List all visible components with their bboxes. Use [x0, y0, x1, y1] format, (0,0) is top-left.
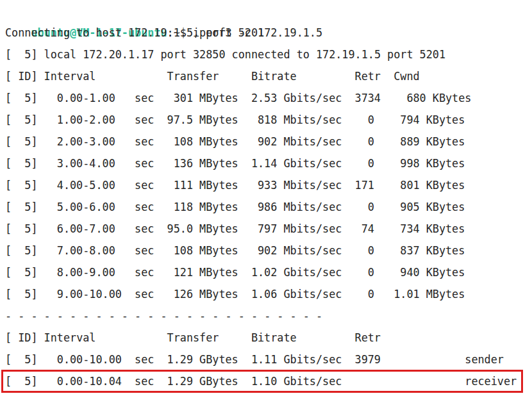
cell-cwnd-value: 837 [394, 240, 419, 261]
interval-row: [ 5] 0.00-1.00 sec 301 MBytes 2.53 Gbits… [5, 87, 532, 109]
cell-transfer-unit: MBytes [199, 174, 238, 196]
cell-transfer-value: 111 [167, 174, 193, 196]
cell-cwnd-value: 734 [394, 218, 419, 240]
cell-bitrate-unit: Gbits/sec [283, 261, 342, 283]
header-bitrate: Bitrate [251, 65, 297, 87]
cell-id: [ 5] [5, 153, 38, 174]
cell-bitrate-value: 2.53 [251, 87, 277, 109]
cell-bitrate-unit: Mbits/sec [283, 196, 342, 218]
header-cwnd: Cwnd [394, 65, 419, 87]
interval-table-header: [ ID] Interval Transfer Bitrate Retr Cwn… [5, 65, 532, 87]
cell-unit: sec [135, 261, 154, 283]
cell-bitrate-value: 902 [251, 240, 277, 261]
cell-cwnd-value: 801 [394, 174, 419, 196]
cell-transfer-unit: MBytes [199, 261, 238, 283]
cell-transfer-unit: MBytes [199, 283, 238, 305]
cell-cwnd-unit: KBytes [433, 87, 472, 109]
cell-cwnd-unit: KBytes [426, 174, 465, 196]
cell-id: [ 5] [5, 240, 38, 261]
interval-row: [ 5] 8.00-9.00 sec 121 MBytes 1.02 Gbits… [5, 261, 532, 283]
cell-bitrate-unit: Mbits/sec [283, 174, 342, 196]
cell-bitrate-value: 1.06 [251, 283, 277, 305]
cell-bitrate-unit: Mbits/sec [283, 218, 342, 240]
cell-transfer-value: 118 [167, 196, 193, 218]
cell-id: [ 5] [5, 370, 38, 392]
cell-retr: 0 [355, 283, 374, 305]
cell-unit: sec [135, 153, 154, 174]
summary-row: [ 5] 0.00-10.04 sec 1.29 GBytes 1.10 Gbi… [5, 370, 532, 392]
header-retr: Retr [355, 327, 381, 349]
interval-row: [ 5] 2.00-3.00 sec 108 MBytes 902 Mbits/… [5, 131, 532, 153]
cell-interval: 0.00-1.00 [57, 87, 115, 109]
cell-cwnd-value: 940 [394, 261, 419, 283]
cell-retr: 74 [355, 218, 374, 240]
cell-transfer-value: 1.29 [167, 349, 193, 370]
cell-interval: 6.00-7.00 [57, 218, 115, 240]
cell-id: [ 5] [5, 349, 38, 370]
cell-interval: 0.00-10.04 [57, 370, 122, 392]
cell-transfer-value: 108 [167, 131, 193, 153]
cell-unit: sec [135, 87, 154, 109]
cell-retr: 3979 [355, 349, 381, 370]
cell-retr: 3734 [355, 87, 381, 109]
interval-row: [ 5] 9.00-10.00 sec 126 MBytes 1.06 Gbit… [5, 283, 532, 305]
cell-unit: sec [135, 240, 154, 261]
cell-id: [ 5] [5, 261, 38, 283]
cell-unit: sec [135, 218, 154, 240]
local-connection-line: [ 5] local 172.20.1.17 port 32850 connec… [5, 44, 532, 65]
cell-transfer-value: 126 [167, 283, 193, 305]
cell-interval: 0.00-10.00 [57, 349, 122, 370]
cell-cwnd-value: 680 [400, 87, 426, 109]
header-transfer: Transfer [167, 327, 219, 349]
cell-transfer-value: 1.29 [167, 370, 193, 392]
cell-cwnd-value: 889 [394, 131, 419, 153]
cell-cwnd-value: 998 [394, 153, 419, 174]
cell-cwnd-unit: KBytes [426, 240, 465, 261]
cell-cwnd-unit: MBytes [426, 283, 465, 305]
cell-retr: 0 [355, 196, 374, 218]
cell-transfer-unit: MBytes [199, 218, 238, 240]
header-interval: Interval [44, 327, 96, 349]
cell-unit: sec [135, 131, 154, 153]
cell-interval: 4.00-5.00 [57, 174, 115, 196]
cell-retr: 0 [355, 109, 374, 131]
cell-bitrate-value: 986 [251, 196, 277, 218]
cell-transfer-unit: MBytes [199, 131, 238, 153]
cell-transfer-unit: MBytes [199, 240, 238, 261]
cell-bitrate-unit: Gbits/sec [283, 153, 342, 174]
interval-row: [ 5] 4.00-5.00 sec 111 MBytes 933 Mbits/… [5, 174, 532, 196]
cell-id: [ 5] [5, 174, 38, 196]
cell-bitrate-value: 902 [251, 131, 277, 153]
cell-bitrate-value: 1.14 [251, 153, 277, 174]
cell-bitrate-value: 933 [251, 174, 277, 196]
header-id: [ ID] [5, 327, 38, 349]
cell-unit: sec [135, 283, 154, 305]
cell-cwnd-unit: KBytes [426, 261, 465, 283]
interval-row: [ 5] 6.00-7.00 sec 95.0 MBytes 797 Mbits… [5, 218, 532, 240]
cell-interval: 3.00-4.00 [57, 153, 115, 174]
cell-bitrate-unit: Gbits/sec [283, 87, 342, 109]
cell-transfer-value: 108 [167, 240, 193, 261]
interval-row: [ 5] 7.00-8.00 sec 108 MBytes 902 Mbits/… [5, 240, 532, 261]
cell-retr: 0 [355, 261, 374, 283]
cell-transfer-unit: MBytes [199, 109, 238, 131]
cell-unit: sec [135, 370, 154, 392]
cell-transfer-value: 95.0 [167, 218, 193, 240]
summary-table-header: [ ID] Interval Transfer Bitrate Retr [5, 327, 532, 349]
cell-bitrate-value: 1.02 [251, 261, 277, 283]
cell-retr: 0 [355, 153, 374, 174]
cell-cwnd-value: 905 [394, 196, 419, 218]
cell-transfer-value: 97.5 [167, 109, 193, 131]
header-interval: Interval [44, 65, 96, 87]
cell-transfer-value: 121 [167, 261, 193, 283]
summary-row: [ 5] 0.00-10.00 sec 1.29 GBytes 1.11 Gbi… [5, 349, 532, 370]
terminal-window[interactable]: ubuntu@VM-1-17-ubuntu:~$ iperf3 -c 172.1… [0, 0, 532, 396]
header-retr: Retr [355, 65, 381, 87]
cell-bitrate-unit: Mbits/sec [283, 109, 342, 131]
header-transfer: Transfer [167, 65, 219, 87]
cell-id: [ 5] [5, 196, 38, 218]
header-id: [ ID] [5, 65, 38, 87]
cell-interval: 9.00-10.00 [57, 283, 122, 305]
cell-interval: 5.00-6.00 [57, 196, 115, 218]
cell-retr: 0 [355, 131, 374, 153]
